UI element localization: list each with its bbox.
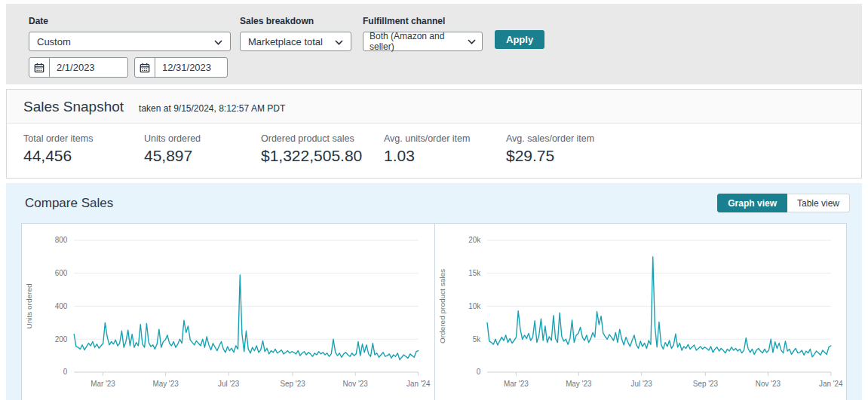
sales-snapshot-title: Sales Snapshot	[23, 99, 124, 115]
fulfillment-channel-group: Fulfillment channel Both (Amazon and sel…	[363, 16, 483, 51]
calendar-icon[interactable]	[29, 58, 50, 77]
sales-breakdown-label: Sales breakdown	[240, 16, 351, 26]
compare-sales-title: Compare Sales	[25, 196, 113, 211]
svg-text:Jul '23: Jul '23	[218, 380, 240, 388]
fulfillment-channel-selected-value: Both (Amazon and seller)	[370, 31, 468, 52]
date-range-selected-value: Custom	[37, 36, 71, 47]
units-ordered-chart: 0200400600800Mar '23May '23Jul '23Sep '2…	[22, 224, 434, 400]
chevron-down-icon	[468, 36, 476, 47]
svg-text:0: 0	[476, 368, 480, 376]
ordered-product-sales-chart: 05k10k15k20kMar '23May '23Jul '23Sep '23…	[435, 224, 847, 400]
metric-label: Avg. sales/order item	[506, 133, 594, 144]
sales-snapshot-card: Sales Snapshot taken at 9/15/2024, 8:12:…	[6, 89, 862, 179]
end-date-value: 12/31/2023	[155, 58, 211, 77]
fulfillment-channel-select[interactable]: Both (Amazon and seller)	[363, 32, 483, 51]
metric-avg-sales-per-order: Avg. sales/order item $29.75	[506, 133, 594, 165]
metric-value: 45,897	[144, 147, 261, 165]
chevron-down-icon	[214, 36, 222, 47]
svg-text:Sep '23: Sep '23	[692, 380, 718, 388]
metric-value: 1.03	[384, 147, 506, 165]
date-label: Date	[29, 16, 231, 26]
svg-text:Jan '24: Jan '24	[819, 380, 843, 388]
metric-value: 44,456	[23, 147, 144, 165]
svg-text:Nov '23: Nov '23	[755, 380, 781, 388]
snapshot-timestamp: taken at 9/15/2024, 8:12:57 AM PDT	[139, 103, 285, 114]
start-date-value: 2/1/2023	[50, 58, 95, 77]
svg-text:600: 600	[55, 269, 68, 277]
ordered-product-sales-chart-panel: 05k10k15k20kMar '23May '23Jul '23Sep '23…	[434, 224, 847, 400]
snapshot-metrics-row: Total order items 44,456 Units ordered 4…	[7, 124, 861, 178]
svg-text:May '23: May '23	[566, 380, 592, 388]
svg-text:Mar '23: Mar '23	[504, 380, 529, 388]
date-filter-group: Date Custom 2/1/2023 12/31/2023	[29, 16, 231, 78]
calendar-icon[interactable]	[135, 58, 155, 77]
svg-text:Mar '23: Mar '23	[90, 380, 115, 388]
units-ordered-chart-panel: 0200400600800Mar '23May '23Jul '23Sep '2…	[22, 224, 434, 400]
svg-text:Jan '24: Jan '24	[406, 380, 431, 388]
svg-text:Sep '23: Sep '23	[280, 380, 305, 388]
compare-sales-section: Compare Sales Graph view Table view 0200…	[6, 183, 862, 400]
metric-units-ordered: Units ordered 45,897	[144, 133, 261, 165]
date-range-select[interactable]: Custom	[29, 32, 231, 51]
svg-text:20k: 20k	[468, 236, 480, 244]
metric-label: Total order items	[23, 133, 144, 144]
svg-text:May '23: May '23	[152, 380, 179, 388]
start-date-field[interactable]: 2/1/2023	[29, 57, 128, 78]
svg-text:15k: 15k	[468, 269, 480, 277]
sales-breakdown-select[interactable]: Marketplace total	[240, 32, 351, 51]
table-view-button[interactable]: Table view	[787, 194, 850, 212]
svg-text:10k: 10k	[468, 302, 480, 310]
svg-text:200: 200	[55, 335, 68, 344]
date-range-inputs: 2/1/2023 12/31/2023	[29, 57, 231, 78]
filter-bar: Date Custom 2/1/2023 12/31/2023 Sales	[6, 4, 862, 84]
sales-breakdown-selected-value: Marketplace total	[248, 36, 323, 47]
svg-text:0: 0	[63, 368, 68, 376]
metric-total-order-items: Total order items 44,456	[23, 133, 144, 165]
svg-text:Units ordered: Units ordered	[25, 283, 33, 328]
view-toggle: Graph view Table view	[717, 194, 850, 212]
svg-text:Nov '23: Nov '23	[343, 380, 369, 388]
metric-ordered-product-sales: Ordered product sales $1,322,505.80	[261, 133, 384, 165]
svg-text:Ordered product sales: Ordered product sales	[437, 269, 446, 344]
metric-label: Avg. units/order item	[384, 133, 506, 144]
svg-text:Jul '23: Jul '23	[630, 380, 652, 388]
metric-avg-units-per-order: Avg. units/order item 1.03	[384, 133, 506, 165]
chevron-down-icon	[335, 36, 343, 47]
compare-sales-header: Compare Sales Graph view Table view	[6, 183, 862, 220]
svg-text:400: 400	[55, 302, 68, 310]
metric-label: Units ordered	[144, 133, 261, 144]
metric-label: Ordered product sales	[261, 133, 384, 144]
chart-panels: 0200400600800Mar '23May '23Jul '23Sep '2…	[21, 223, 847, 400]
sales-snapshot-header: Sales Snapshot taken at 9/15/2024, 8:12:…	[7, 90, 861, 124]
apply-button[interactable]: Apply	[495, 30, 544, 49]
metric-value: $29.75	[506, 147, 594, 165]
svg-text:5k: 5k	[472, 335, 480, 344]
sales-breakdown-group: Sales breakdown Marketplace total	[240, 16, 351, 51]
end-date-field[interactable]: 12/31/2023	[134, 57, 228, 78]
svg-text:800: 800	[55, 236, 68, 244]
graph-view-button[interactable]: Graph view	[717, 194, 787, 212]
fulfillment-channel-label: Fulfillment channel	[363, 16, 483, 26]
metric-value: $1,322,505.80	[261, 147, 384, 165]
